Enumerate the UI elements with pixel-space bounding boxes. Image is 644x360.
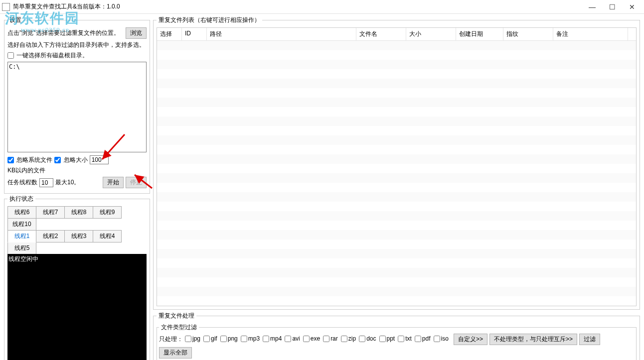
table-header: 选择ID路径文件名大小创建日期指纹备注 bbox=[157, 28, 636, 41]
column-header[interactable]: 备注 bbox=[553, 28, 628, 40]
filetype-option-iso[interactable]: iso bbox=[434, 335, 449, 342]
filetype-checkbox-ppt[interactable] bbox=[379, 336, 386, 342]
filetype-checkbox-png[interactable] bbox=[220, 336, 227, 342]
ignore-size-checkbox[interactable] bbox=[54, 157, 61, 163]
select-all-drives-checkbox[interactable] bbox=[7, 52, 14, 59]
filetype-option-doc[interactable]: doc bbox=[359, 335, 376, 342]
ignore-size-suffix: KB以内的文件 bbox=[7, 166, 45, 175]
filetype-checkbox-mp3[interactable] bbox=[241, 336, 247, 342]
filetype-checkbox-jpg[interactable] bbox=[185, 336, 191, 342]
thread-tab[interactable]: 线程8 bbox=[64, 206, 93, 219]
settings-group: 设置 点击"浏览"选择需要过滤重复文件的位置。 浏览 选好自动加入下方待过滤的目… bbox=[4, 16, 150, 194]
filetype-checkbox-txt[interactable] bbox=[398, 336, 404, 342]
column-header[interactable]: ID bbox=[182, 28, 207, 40]
window-title: 简单重复文件查找工具&当前版本：1.0.0 bbox=[13, 2, 582, 11]
table-body[interactable] bbox=[157, 41, 636, 306]
custom-types-button[interactable]: 自定义>> bbox=[454, 334, 487, 345]
start-button[interactable]: 开始 bbox=[103, 177, 124, 188]
stop-button[interactable]: 停止 bbox=[126, 177, 147, 188]
filetype-checkbox-zip[interactable] bbox=[341, 336, 347, 342]
settings-legend: 设置 bbox=[7, 16, 23, 24]
filetype-checkbox-pdf[interactable] bbox=[415, 336, 421, 342]
thread-tab[interactable]: 线程1 bbox=[7, 230, 36, 242]
dup-list-group: 重复文件列表（右键可进行相应操作） 选择ID路径文件名大小创建日期指纹备注 bbox=[153, 16, 640, 310]
column-header[interactable]: 路径 bbox=[207, 28, 356, 40]
filetype-option-txt[interactable]: txt bbox=[398, 335, 412, 342]
thread-tabs-row2: 线程1线程2线程3线程4线程5 bbox=[7, 230, 147, 254]
filetype-checkbox-exe[interactable] bbox=[303, 336, 310, 342]
thread-tab[interactable]: 线程4 bbox=[93, 230, 122, 242]
filetype-option-rar[interactable]: rar bbox=[323, 335, 338, 342]
browse-instruction: 点击"浏览"选择需要过滤重复文件的位置。 bbox=[7, 29, 124, 37]
multi-select-note: 选好自动加入下方待过滤的目录列表中，支持多选。 bbox=[7, 41, 145, 49]
only-process-label: 只处理： bbox=[159, 335, 183, 344]
filetype-option-png[interactable]: png bbox=[220, 335, 238, 342]
column-header[interactable]: 指纹 bbox=[503, 28, 553, 40]
thread-tab[interactable]: 线程3 bbox=[64, 230, 93, 242]
filetype-option-pdf[interactable]: pdf bbox=[415, 335, 431, 342]
thread-tab[interactable]: 线程7 bbox=[36, 206, 65, 219]
column-header[interactable]: 选择 bbox=[157, 28, 182, 40]
filetype-option-zip[interactable]: zip bbox=[341, 335, 356, 342]
minimize-button[interactable]: — bbox=[582, 0, 602, 13]
column-header[interactable]: 文件名 bbox=[356, 28, 406, 40]
titlebar: 简单重复文件查找工具&当前版本：1.0.0 — ☐ ✕ bbox=[0, 0, 644, 14]
select-all-drives-option[interactable]: 一键选择所有磁盘根目录。 bbox=[7, 51, 88, 60]
filetype-option-gif[interactable]: gif bbox=[203, 335, 217, 342]
filetype-option-avi[interactable]: avi bbox=[285, 335, 300, 342]
show-all-button[interactable]: 显示全部 bbox=[159, 347, 192, 359]
directory-entry[interactable]: C:\ bbox=[9, 63, 145, 70]
directory-list[interactable]: C:\ bbox=[7, 62, 147, 152]
filetype-checkbox-doc[interactable] bbox=[359, 336, 365, 342]
column-header[interactable]: 大小 bbox=[406, 28, 456, 40]
dup-process-group: 重复文件处理 文件类型过滤 只处理： jpggifpngmp3mp4aviexe… bbox=[153, 312, 640, 360]
exec-legend: 执行状态 bbox=[7, 195, 35, 203]
dup-list-legend: 重复文件列表（右键可进行相应操作） bbox=[157, 16, 262, 24]
threads-suffix: 最大10。 bbox=[55, 178, 101, 187]
ignore-system-checkbox[interactable] bbox=[7, 157, 14, 163]
filetype-option-mp4[interactable]: mp4 bbox=[263, 335, 282, 342]
maximize-button[interactable]: ☐ bbox=[602, 0, 622, 13]
thread-tabs-row1: 线程6线程7线程8线程9线程10 bbox=[7, 206, 147, 230]
thread-tab[interactable]: 线程6 bbox=[7, 206, 36, 219]
thread-tab[interactable]: 线程10 bbox=[7, 218, 36, 231]
filetype-checkbox-iso[interactable] bbox=[434, 336, 440, 342]
filetype-checkbox-mp4[interactable] bbox=[263, 336, 269, 342]
file-type-filter-group: 文件类型过滤 只处理： jpggifpngmp3mp4aviexerarzipd… bbox=[157, 323, 637, 360]
browse-button[interactable]: 浏览 bbox=[126, 27, 147, 39]
exec-status-group: 执行状态 线程6线程7线程8线程9线程10 线程1线程2线程3线程4线程5 线程… bbox=[4, 195, 150, 360]
thread-tab[interactable]: 线程9 bbox=[93, 206, 122, 219]
thread-console: 线程空闲中 bbox=[7, 254, 147, 360]
app-icon bbox=[2, 3, 10, 11]
file-type-filter-legend: 文件类型过滤 bbox=[159, 323, 199, 332]
filetype-option-exe[interactable]: exe bbox=[303, 335, 320, 342]
threads-input[interactable] bbox=[39, 178, 53, 187]
exclude-types-button[interactable]: 不处理类型，与只处理互斥>> bbox=[489, 334, 577, 345]
ignore-size-option[interactable]: 忽略大小 bbox=[54, 156, 87, 164]
ignore-system-option[interactable]: 忽略系统文件 bbox=[7, 156, 52, 164]
ignore-size-input[interactable] bbox=[90, 155, 109, 164]
column-header[interactable]: 创建日期 bbox=[456, 28, 503, 40]
filter-button[interactable]: 过滤 bbox=[579, 334, 600, 345]
thread-tab[interactable]: 线程2 bbox=[36, 230, 65, 242]
threads-label: 任务线程数 bbox=[7, 178, 37, 187]
filetype-checkbox-avi[interactable] bbox=[285, 336, 291, 342]
thread-tab[interactable]: 线程5 bbox=[7, 242, 36, 254]
dup-process-legend: 重复文件处理 bbox=[157, 312, 196, 320]
dup-table[interactable]: 选择ID路径文件名大小创建日期指纹备注 bbox=[157, 27, 637, 306]
close-button[interactable]: ✕ bbox=[622, 0, 642, 13]
filetype-checkbox-gif[interactable] bbox=[203, 336, 210, 342]
filetype-option-jpg[interactable]: jpg bbox=[185, 335, 200, 342]
filetype-option-ppt[interactable]: ppt bbox=[379, 335, 395, 342]
window-controls: — ☐ ✕ bbox=[582, 0, 642, 13]
filetype-checkbox-rar[interactable] bbox=[323, 336, 329, 342]
filetype-option-mp3[interactable]: mp3 bbox=[241, 335, 260, 342]
